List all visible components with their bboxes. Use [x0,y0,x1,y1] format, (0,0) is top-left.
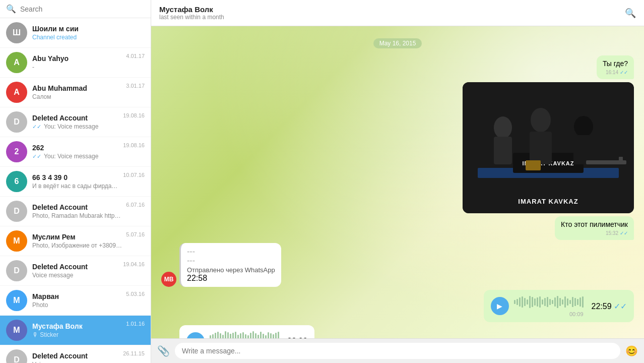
audio-duration: 00:09 [514,311,584,317]
chat-name: Abu Yahyo [32,54,122,63]
chat-info: 262✓✓ You: Voice message [32,144,119,160]
message-bubble: Ты где? 16:14 ✓✓ [597,55,634,79]
chat-name: Марван [32,292,122,300]
waveform-bar [572,297,573,307]
chat-list-item[interactable]: ММустафа Волк🎙 Sticker1.01.16 [0,316,151,345]
chat-list-item[interactable]: DDeleted AccountVoice message19.04.16 [0,256,151,286]
svg-point-4 [494,116,512,139]
chat-list-item[interactable]: ММуслим РемPhoto, Изображение от +38097/… [0,226,151,256]
message-bubble: Кто этот пилиметчик 15:32 ✓✓ [555,216,634,240]
waveform-bar [232,333,234,338]
search-chat-icon[interactable]: 🔍 [625,8,636,19]
audio-message: ▶ 00:04 23:00 [179,325,314,338]
message-input[interactable] [175,343,620,359]
chat-list-item[interactable]: AAbu Yahyo-4.01.17 [0,48,151,78]
waveform-bar [524,298,526,306]
waveform-bar [263,334,264,338]
play-button[interactable]: ▶ [491,297,509,315]
chat-list-item[interactable]: ММарванPhoto5.03.16 [0,286,151,316]
chat-preview: Voice message [32,361,119,363]
chat-preview: Voice message [32,272,119,279]
avatar: 2 [6,141,27,162]
chat-info: Deleted AccountVoice message [32,263,119,279]
waveform-bar [542,299,543,305]
message-text: Ты где? [603,59,628,68]
chat-preview: Photo, Изображение от +38097/8266916 [32,242,122,249]
chat-list-item[interactable]: DDeleted Account✓✓ You: Voice message19.… [0,107,151,137]
waveform-bar [534,298,536,306]
date-badge: May 16, 2015 [373,38,422,48]
waveform-bar [242,332,244,338]
chat-info: Abu MuhammadСалом [32,84,122,100]
forwarded-dots: ------ [187,247,275,265]
audio-waveform [514,295,584,309]
chat-name: Deleted Account [32,352,119,360]
chat-time: 26.11.15 [123,350,145,356]
chat-info: Deleted AccountPhoto, Ramadan Mubarak ht… [32,203,122,219]
chat-info: МарванPhoto [32,292,122,309]
message-avatar: MB [161,272,176,287]
svg-rect-5 [494,137,512,164]
waveform-bar [252,331,254,338]
waveform-bar [212,334,214,338]
chat-info: Шоили м сииChannel created [32,25,141,41]
emoji-icon[interactable]: 😊 [625,345,638,357]
avatar: A [6,82,27,103]
message-meta: 22:58 [187,274,275,283]
chat-list-item[interactable]: ШШоили м сииChannel created [0,18,151,48]
waveform-bar [240,333,241,338]
chat-list-item[interactable]: 666 3 4 39 0И в ведёт нас в сады фирдаус… [0,167,151,197]
message-meta: 15:32 ✓✓ [561,230,628,236]
chat-preview: Салом [32,93,122,100]
waveform-bar [569,300,571,304]
chat-name: Deleted Account [32,203,122,211]
avatar: D [6,349,27,363]
avatar: D [6,201,27,222]
chat-list-item[interactable]: DDeleted AccountPhoto, Ramadan Mubarak h… [0,197,151,226]
message-row: Кто этот пилиметчик 15:32 ✓✓ [161,216,634,240]
waveform-bar [270,333,272,338]
svg-rect-12 [526,160,541,170]
chat-time: 19.08.16 [123,142,145,148]
message-meta: 16:14 ✓✓ [603,70,628,75]
tick-icon: ✓✓ [620,70,628,75]
waveform-bar [564,296,566,308]
chat-name: 262 [32,144,119,152]
waveform-bar [532,297,533,307]
chat-preview: ✓✓ You: Voice message [32,153,119,160]
waveform-bar [257,335,259,338]
avatar: М [6,320,27,341]
waveform-bar [559,298,561,306]
message-time: 16:14 [606,70,618,75]
svg-rect-7 [530,132,552,164]
chat-preview: Photo [32,301,122,309]
message-row: MB ▶ 00:04 23:00 [161,325,634,338]
avatar: 6 [6,171,27,192]
chat-time: 3.01.17 [126,83,145,89]
message-row: ▶ 00:09 22:59 ✓✓ [161,290,634,322]
waveform-bar [278,332,279,338]
chat-status: last seen within a month [159,14,224,21]
chat-time: 4.01.17 [126,53,145,59]
chat-list-item[interactable]: 2262✓✓ You: Voice message19.08.16 [0,137,151,167]
forwarded-text: Отправлено через WhatsApp [187,266,275,274]
waveform-bar [250,333,251,338]
chat-list-item[interactable]: AAbu MuhammadСалом3.01.17 [0,78,151,107]
waveform-bar [227,332,229,338]
waveform-bar [552,300,553,304]
play-button[interactable]: ▶ [186,332,205,338]
waveform-bar [544,298,546,306]
chat-name: Deleted Account [32,114,119,122]
message-time: 15:32 [606,230,618,236]
waveform-bar [547,297,548,307]
waveform-bar [562,299,563,305]
chat-time: 1.01.16 [126,321,145,327]
chat-name: Deleted Account [32,263,119,271]
chat-list: ШШоили м сииChannel createdAAbu Yahyo-4.… [0,18,151,363]
search-icon: 🔍 [6,4,16,14]
chat-header: Мустафа Волк last seen within a month 🔍 [151,0,644,26]
search-input[interactable] [20,5,145,13]
input-area: 📎 😊 [151,338,644,363]
attach-icon[interactable]: 📎 [157,345,170,357]
chat-list-item[interactable]: DDeleted AccountVoice message26.11.15 [0,345,151,363]
